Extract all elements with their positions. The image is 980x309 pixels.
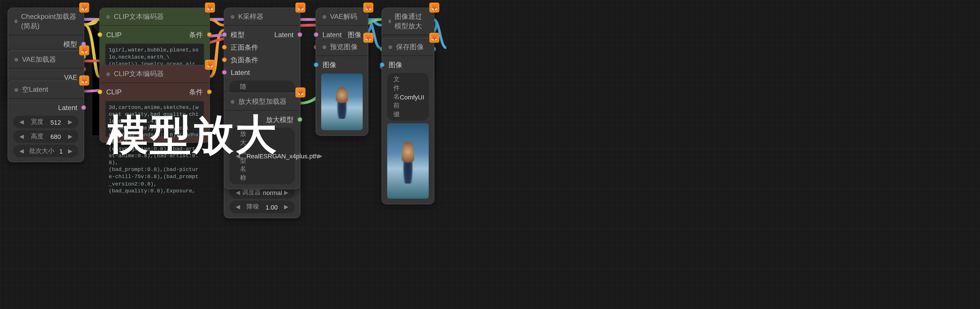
badge-icon: 🦊 — [363, 3, 374, 13]
node-title: 图像通过模型放大 — [395, 12, 428, 31]
node-header[interactable]: CLIP文本编码器 — [100, 65, 209, 83]
port-clip-in[interactable]: CLIP — [106, 87, 122, 97]
node-title: 空Latent — [22, 85, 48, 94]
node-title: 放大模型加载器 — [238, 97, 286, 106]
node-title: Checkpoint加载器(简易) — [21, 12, 78, 31]
badge-icon: 🦊 — [79, 3, 89, 13]
node-header[interactable]: 图像通过模型放大 — [382, 8, 434, 35]
saved-image[interactable] — [387, 123, 429, 199]
widget-batch[interactable]: ◀批次大小1▶ — [13, 145, 79, 157]
widget-denoise[interactable]: ◀降噪1.00▶ — [229, 201, 295, 213]
node-header[interactable]: CLIP文本编码器 — [100, 8, 209, 26]
widget-filename-prefix[interactable]: 文件名前缀ComfyUI — [387, 73, 429, 121]
port-image-in[interactable]: 图像 — [382, 59, 434, 71]
node-title: 预览图像 — [330, 42, 358, 51]
port-latent-in[interactable]: Latent — [224, 66, 300, 79]
node-header[interactable]: 预览图像 — [316, 38, 368, 56]
port-image-in[interactable]: 图像 — [316, 59, 368, 71]
port-model-in[interactable]: 模型 — [231, 29, 244, 40]
node-header[interactable]: 空Latent — [8, 81, 84, 99]
widget-width[interactable]: ◀宽度512▶ — [13, 116, 79, 128]
node-preview-image[interactable]: 预览图像 图像 — [315, 38, 368, 136]
node-title: VAE加载器 — [22, 54, 56, 64]
port-latent-out[interactable]: Latent — [8, 101, 84, 114]
node-title: K采样器 — [238, 12, 264, 21]
port-negative-in[interactable]: 负面条件 — [224, 53, 300, 66]
port-model-out[interactable]: 模型 — [8, 38, 84, 50]
node-title: CLIP文本编码器 — [114, 69, 164, 79]
node-header[interactable]: Checkpoint加载器(简易) — [8, 8, 84, 35]
canvas-label: 模型放大 — [107, 107, 278, 164]
badge-icon: 🦊 — [430, 3, 439, 13]
node-header[interactable]: K采样器 — [224, 8, 300, 26]
badge-icon: 🦊 — [363, 33, 374, 43]
port-clip-in[interactable]: CLIP — [106, 29, 122, 40]
node-header[interactable]: VAE解码 — [316, 8, 368, 26]
port-cond-out[interactable]: 条件 — [189, 29, 203, 40]
badge-icon: 🦊 — [205, 3, 215, 13]
badge-icon: 🦊 — [430, 33, 439, 43]
badge-icon: 🦊 — [79, 75, 89, 86]
node-title: CLIP文本编码器 — [114, 12, 164, 21]
badge-icon: 🦊 — [296, 3, 305, 13]
node-header[interactable]: 保存图像 — [382, 38, 434, 56]
port-cond-out[interactable]: 条件 — [189, 87, 203, 97]
preview-image[interactable] — [321, 73, 363, 130]
node-title: 保存图像 — [396, 42, 424, 51]
port-positive-in[interactable]: 正面条件 — [224, 41, 300, 53]
badge-icon: 🦊 — [205, 60, 215, 70]
widget-height[interactable]: ◀高度680▶ — [13, 130, 79, 143]
port-latent-out[interactable]: Latent — [274, 29, 293, 40]
node-header[interactable]: VAE加载器 — [8, 51, 84, 68]
badge-icon: 🦊 — [79, 45, 89, 55]
node-title: VAE解码 — [330, 12, 357, 21]
badge-icon: 🦊 — [296, 88, 305, 97]
node-empty-latent[interactable]: 空Latent Latent ◀宽度512▶ ◀高度680▶ ◀批次大小1▶ — [8, 81, 84, 162]
node-save-image[interactable]: 保存图像 图像 文件名前缀ComfyUI — [382, 38, 434, 204]
